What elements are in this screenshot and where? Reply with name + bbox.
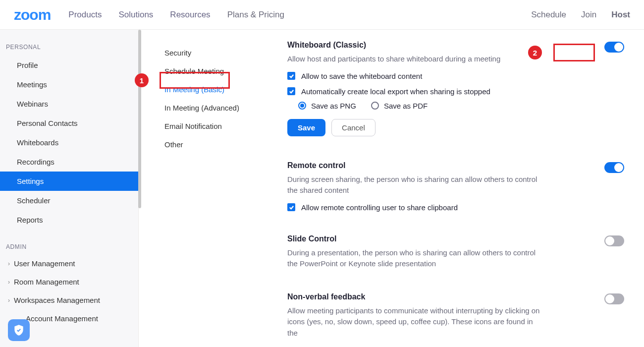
callout-number-1: 1 (135, 73, 149, 87)
nav-products[interactable]: Products (68, 10, 102, 20)
sidebar-section-personal: PERSONAL (0, 44, 138, 51)
slide-toggle[interactable] (604, 235, 624, 246)
settings-content: Allow saving of shared screens with anno… (258, 30, 644, 347)
nav-plans-pricing[interactable]: Plans & Pricing (227, 10, 284, 20)
nonverbal-desc: Allow meeting participants to communicat… (287, 305, 545, 339)
radio-save-png[interactable] (298, 102, 306, 110)
sidebar-item-whiteboards[interactable]: Whiteboards (0, 133, 138, 152)
subnav-in-meeting-advanced[interactable]: In Meeting (Advanced) (164, 99, 254, 117)
nonverbal-toggle[interactable] (604, 293, 624, 304)
chevron-right-icon: › (8, 297, 10, 304)
remote-title: Remote control (287, 161, 624, 170)
radio-save-pdf[interactable] (371, 102, 379, 110)
checkbox-share-clipboard[interactable] (287, 203, 295, 211)
sidebar-item-scheduler[interactable]: Scheduler (0, 191, 138, 210)
nav-resources[interactable]: Resources (170, 10, 210, 20)
sidebar: PERSONAL Profile Meetings Webinars Perso… (0, 30, 139, 347)
subnav-email-notification[interactable]: Email Notification (164, 117, 254, 135)
shield-icon[interactable] (8, 319, 30, 341)
sidebar-item-recordings[interactable]: Recordings (0, 152, 138, 172)
whiteboard-format-row: Save as PNG Save as PDF (298, 102, 624, 110)
nonverbal-title: Non-verbal feedback (287, 292, 624, 301)
sidebar-item-webinars[interactable]: Webinars (0, 94, 138, 114)
subnav-security[interactable]: Security (164, 44, 254, 62)
sidebar-section-admin: ADMIN (0, 243, 138, 250)
section-slide-control: Slide Control During a presentation, the… (287, 234, 624, 270)
top-nav: Products Solutions Resources Plans & Pri… (68, 10, 284, 20)
sidebar-item-user-management[interactable]: ›User Management (0, 254, 138, 273)
section-remote-control: Remote control During screen sharing, th… (287, 161, 624, 212)
checkbox-auto-export[interactable] (287, 87, 295, 95)
whiteboard-opt2-label: Automatically create local export when s… (301, 87, 490, 96)
chevron-right-icon: › (8, 279, 10, 286)
sidebar-item-reports[interactable]: Reports (0, 210, 138, 230)
zoom-logo[interactable]: zoom (14, 6, 51, 23)
whiteboard-opt1-label: Allow to save the whiteboard content (301, 72, 422, 80)
whiteboard-desc: Allow host and participants to share whi… (287, 54, 545, 65)
sidebar-item-workspaces-management[interactable]: ›Workspaces Management (0, 291, 138, 309)
link-host[interactable]: Host (611, 10, 630, 20)
top-bar: zoom Products Solutions Resources Plans … (0, 0, 644, 30)
section-nonverbal-feedback: Non-verbal feedback Allow meeting partic… (287, 292, 624, 339)
whiteboard-opt1-row: Allow to save the whiteboard content (287, 72, 624, 80)
remote-opt1-row: Allow remote controlling user to share c… (287, 203, 624, 212)
remote-toggle[interactable] (604, 162, 624, 173)
cancel-button[interactable]: Cancel (331, 119, 376, 136)
link-join[interactable]: Join (581, 10, 596, 20)
remote-desc: During screen sharing, the person who is… (287, 174, 545, 196)
sidebar-item-settings[interactable]: Settings (0, 172, 138, 191)
remote-opt1-label: Allow remote controlling user to share c… (301, 203, 458, 212)
chevron-right-icon: › (8, 260, 10, 267)
whiteboard-toggle[interactable] (604, 42, 624, 53)
callout-box-2 (553, 44, 595, 61)
link-schedule[interactable]: Schedule (531, 10, 566, 20)
save-button[interactable]: Save (287, 119, 325, 136)
top-right-links: Schedule Join Host (531, 10, 630, 20)
callout-number-2: 2 (528, 46, 542, 59)
slide-title: Slide Control (287, 234, 624, 243)
subnav-other[interactable]: Other (164, 135, 254, 154)
slide-desc: During a presentation, the person who is… (287, 247, 545, 270)
whiteboard-opt2-row: Automatically create local export when s… (287, 87, 624, 96)
nav-solutions[interactable]: Solutions (118, 10, 153, 20)
checkbox-allow-save-whiteboard[interactable] (287, 72, 295, 80)
sidebar-item-personal-contacts[interactable]: Personal Contacts (0, 114, 138, 133)
sidebar-item-meetings[interactable]: Meetings (0, 75, 138, 94)
sidebar-item-profile[interactable]: Profile (0, 56, 138, 75)
sidebar-item-room-management[interactable]: ›Room Management (0, 273, 138, 291)
callout-box-1 (160, 72, 230, 89)
